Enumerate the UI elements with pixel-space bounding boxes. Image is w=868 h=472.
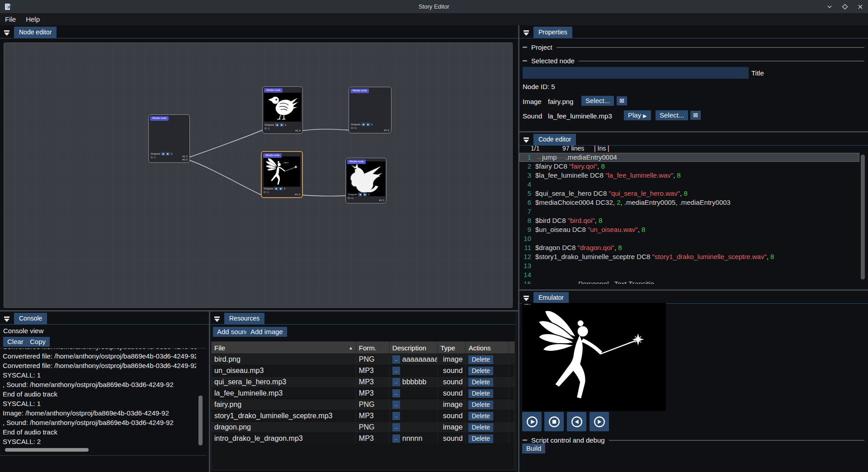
output-port-label[interactable]: #1 0	[379, 199, 384, 202]
prev-output-button[interactable]: ◀	[274, 187, 278, 190]
delete-button[interactable]: Delete	[468, 412, 493, 420]
collapse-icon[interactable]	[214, 316, 220, 322]
column-header-file[interactable]: File▲	[212, 342, 356, 354]
node-choice[interactable]: Media node Outputs ◀ ▶ 1 O: in #1 0	[349, 87, 392, 133]
table-row[interactable]: intro_drako_le_dragon.mp3 MP3 ..nnnnn so…	[212, 433, 514, 444]
edit-description-button[interactable]: ..	[392, 412, 400, 420]
sound-select-button[interactable]: Select...	[656, 110, 688, 120]
console-line: Image: /home/anthony/ostproj/ba869e4b-03…	[3, 408, 196, 418]
output-port-label[interactable]: #2 0	[182, 158, 188, 161]
menu-help[interactable]: Help	[21, 14, 45, 24]
close-button[interactable]	[856, 3, 864, 11]
image-select-button[interactable]: Select...	[581, 96, 614, 106]
column-header-description[interactable]: Description	[390, 342, 438, 354]
sound-label: Sound	[523, 112, 542, 120]
sound-play-button[interactable]: Play ▶	[624, 110, 651, 120]
table-row[interactable]: qui_sera_le_hero.mp3 MP3 ..bbbbbb sound …	[212, 377, 514, 388]
next-output-button[interactable]: ▶	[279, 187, 283, 190]
edit-description-button[interactable]: ..	[392, 434, 400, 443]
cell-type: image	[438, 354, 466, 365]
edit-description-button[interactable]: ..	[392, 389, 400, 397]
menu-file[interactable]: File	[0, 14, 21, 24]
code-line: 9$un_oiseau DC8 "un_oiseau.wav", 8	[519, 225, 859, 234]
console-horizontal-scrollbar[interactable]	[5, 448, 89, 452]
properties-panel: Properties Project Selected node Title N…	[519, 25, 868, 131]
emulator-step-back-button[interactable]	[567, 412, 586, 431]
collapse-icon[interactable]	[4, 30, 10, 36]
column-header-format[interactable]: Form.	[356, 342, 390, 354]
tab-code-editor[interactable]: Code editor	[533, 134, 576, 145]
output-port-label[interactable]: #1 0	[182, 155, 188, 158]
edit-description-button[interactable]: ..	[392, 378, 400, 386]
delete-button[interactable]: Delete	[468, 434, 493, 443]
code-line-selected: 1→jump····.mediaEntry0004	[519, 153, 859, 162]
code-vertical-scrollbar[interactable]	[861, 155, 865, 279]
image-clear-button[interactable]: ⊠	[617, 96, 627, 105]
tab-properties[interactable]: Properties	[533, 27, 572, 38]
prev-output-button[interactable]: ◀	[275, 123, 279, 127]
collapse-icon[interactable]	[523, 30, 529, 36]
delete-button[interactable]: Delete	[468, 401, 493, 409]
sound-clear-button[interactable]: ⊠	[690, 111, 701, 120]
code-line: 4	[519, 180, 859, 189]
console-vertical-scrollbar[interactable]	[198, 396, 203, 445]
node-graph-canvas[interactable]: Media node Outputs ◀ ▶ 2 O: 1 #1 0 #2 0	[4, 42, 513, 308]
next-output-button[interactable]: ▶	[363, 193, 367, 196]
column-header-type[interactable]: Type	[438, 342, 466, 354]
edit-description-button[interactable]: ..	[392, 423, 400, 431]
tab-resources[interactable]: Resources	[224, 313, 264, 324]
console-bottom-divider	[0, 455, 206, 456]
edit-description-button[interactable]: ..	[392, 401, 400, 409]
edit-description-button[interactable]: ..	[392, 355, 400, 363]
edit-description-button[interactable]: ..	[392, 367, 400, 375]
next-output-button[interactable]: ▶	[366, 123, 370, 126]
next-output-button[interactable]: ▶	[280, 123, 284, 127]
output-port-label[interactable]: #1 0	[295, 129, 301, 132]
node-bird[interactable]: Media node Outputs ◀ ▶ 1 O: 1 #1 0	[262, 86, 303, 134]
emulator-step-forward-button[interactable]	[590, 412, 609, 431]
console-clear-button[interactable]: Clear	[3, 337, 28, 347]
prev-output-button[interactable]: ◀	[161, 152, 165, 156]
emulator-stop-button[interactable]	[544, 412, 564, 431]
title-input[interactable]	[523, 67, 749, 79]
collapse-icon[interactable]	[4, 316, 10, 322]
table-row[interactable]: dragon.png PNG .. image Delete	[212, 422, 514, 433]
table-row[interactable]: fairy.png PNG .. image Delete	[212, 399, 514, 411]
code-line: 13	[519, 261, 859, 270]
node-edges	[4, 43, 512, 307]
delete-button[interactable]: Delete	[468, 423, 493, 432]
output-port-label[interactable]: #1 0	[384, 129, 389, 132]
collapse-icon[interactable]	[523, 137, 529, 143]
prev-output-button[interactable]: ◀	[358, 193, 362, 196]
node-dragon[interactable]: Media node Outputs ◀ ▶ 1 O: in #1 0	[345, 158, 387, 203]
console-view-label: Console view	[3, 327, 43, 335]
delete-button[interactable]: Delete	[468, 378, 493, 387]
column-header-actions[interactable]: Actions	[466, 342, 509, 354]
node-start[interactable]: Media node Outputs ◀ ▶ 2 O: 1 #1 0 #2 0	[148, 114, 190, 163]
output-port-label[interactable]: #1 0	[295, 193, 300, 196]
tab-node-editor[interactable]: Node editor	[14, 27, 57, 38]
tab-emulator[interactable]: Emulator	[533, 292, 569, 303]
tab-arrow-icon: →	[535, 153, 542, 161]
table-row[interactable]: bird.png PNG ..aaaaaaaaa image Delete	[212, 354, 514, 365]
table-row[interactable]: la_fee_luminelle.mp3 MP3 .. sound Delete	[212, 388, 514, 399]
minimize-button[interactable]	[826, 3, 834, 11]
delete-button[interactable]: Delete	[468, 355, 493, 364]
console-copy-button[interactable]: Copy	[26, 337, 50, 347]
node-output-count: 1	[368, 193, 369, 196]
emulator-play-button[interactable]	[522, 412, 542, 431]
add-image-button[interactable]: Add image	[246, 327, 287, 337]
next-output-button[interactable]: ▶	[166, 152, 170, 156]
delete-button[interactable]: Delete	[468, 389, 493, 398]
prev-output-button[interactable]: ◀	[361, 123, 365, 126]
console-log[interactable]: Convertered file: /home/anthony/ostproj/…	[3, 349, 196, 447]
table-row[interactable]: story1_drako_luminelle_sceptre.mp3 MP3 .…	[212, 411, 514, 422]
build-button[interactable]: Build	[522, 444, 545, 453]
collapse-icon[interactable]	[523, 295, 529, 302]
table-row[interactable]: un_oiseau.mp3 MP3 .. sound Delete	[212, 365, 514, 377]
code-text-area[interactable]: 1→jump····.mediaEntry0004 2$fairy DC8 "f…	[519, 153, 859, 284]
node-fairy-selected[interactable]: Media node Outputs ◀ ▶ 1 O: 1 #1 0	[261, 151, 303, 198]
maximize-button[interactable]	[841, 3, 849, 11]
tab-console[interactable]: Console	[14, 313, 47, 324]
delete-button[interactable]: Delete	[468, 367, 493, 375]
